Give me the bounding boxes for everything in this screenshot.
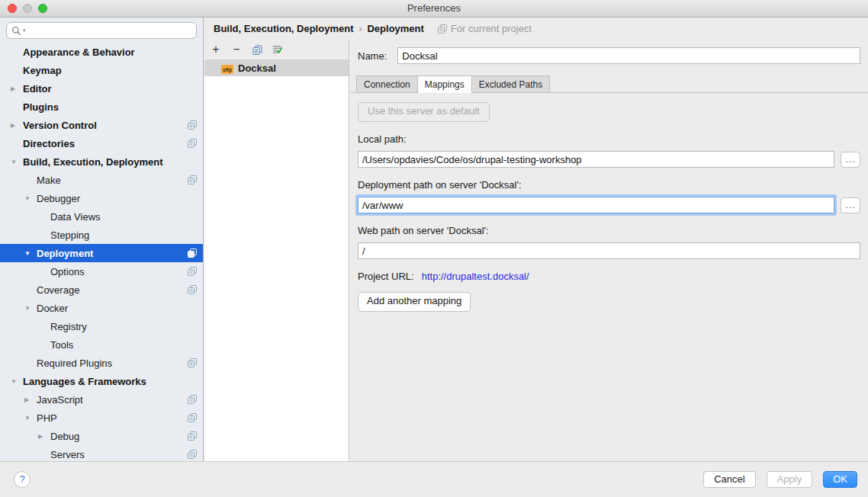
chevron-down-icon[interactable]: ▼ <box>11 159 23 165</box>
chevron-down-icon[interactable]: ▼ <box>11 378 23 385</box>
server-list-item-docksal[interactable]: sftp Docksal <box>204 59 349 76</box>
scope-label: For current project <box>451 23 532 34</box>
sidebar-item-tools[interactable]: Tools <box>0 335 203 354</box>
sidebar-item-label: Debug <box>50 431 79 442</box>
sidebar-item-build-execution-deployment[interactable]: ▼Build, Execution, Deployment <box>0 152 203 171</box>
add-another-mapping-button[interactable]: Add another mapping <box>358 292 471 312</box>
sidebar-item-label: Keymap <box>23 65 62 76</box>
sidebar-item-coverage[interactable]: Coverage <box>0 281 203 299</box>
tab-bar: Connection Mappings Excluded Paths <box>350 74 868 93</box>
breadcrumb-section[interactable]: Build, Execution, Deployment <box>214 23 353 34</box>
sidebar-item-directories[interactable]: Directories <box>0 134 203 152</box>
web-path-label: Web path on server 'Docksal': <box>358 225 860 236</box>
sidebar-item-keymap[interactable]: Keymap <box>0 61 203 79</box>
deployment-path-browse-button[interactable]: ... <box>841 197 860 213</box>
sidebar-item-label: Debugger <box>37 193 80 204</box>
chevron-down-icon[interactable]: ▼ <box>24 415 37 422</box>
tab-excluded-paths[interactable]: Excluded Paths <box>472 75 550 93</box>
sidebar-item-languages-frameworks[interactable]: ▼Languages & Frameworks <box>0 372 203 390</box>
copy-icon <box>438 24 447 34</box>
copy-icon <box>188 175 197 184</box>
close-window-icon[interactable] <box>8 4 17 13</box>
title-bar[interactable]: Preferences <box>0 0 868 18</box>
chevron-right-icon[interactable]: ▶ <box>11 122 23 129</box>
settings-search[interactable]: ▾ <box>6 22 197 39</box>
deployment-form: Name: Connection Mappings Excluded Paths… <box>350 40 868 461</box>
chevron-down-icon[interactable]: ▼ <box>24 305 37 312</box>
name-input[interactable] <box>397 47 860 64</box>
sidebar-item-label: Coverage <box>37 284 79 296</box>
use-server-default-button[interactable]: Use this server as default <box>358 102 490 122</box>
sidebar-item-php[interactable]: ▼PHP <box>0 409 203 427</box>
copy-server-icon[interactable] <box>252 45 262 55</box>
server-name-label: Docksal <box>238 63 276 74</box>
copy-icon <box>188 450 197 459</box>
sidebar-item-required-plugins[interactable]: Required Plugins <box>0 354 203 372</box>
sidebar-item-editor[interactable]: ▶Editor <box>0 79 203 98</box>
tab-mappings[interactable]: Mappings <box>418 75 472 93</box>
sidebar-item-debugger[interactable]: ▼Debugger <box>0 189 203 207</box>
copy-icon <box>188 358 197 367</box>
search-filter-caret-icon[interactable]: ▾ <box>23 27 26 34</box>
sidebar-item-javascript[interactable]: ▶JavaScript <box>0 390 203 409</box>
search-input[interactable] <box>27 24 191 37</box>
window-controls <box>8 4 47 13</box>
local-path-browse-button[interactable]: ... <box>841 152 860 168</box>
chevron-right-icon[interactable]: ▶ <box>11 85 23 92</box>
sidebar-item-label: Deployment <box>37 248 93 259</box>
cancel-button[interactable]: Cancel <box>703 471 755 488</box>
chevron-down-icon[interactable]: ▼ <box>24 195 37 202</box>
sidebar-item-label: JavaScript <box>37 394 83 406</box>
sidebar-item-stepping[interactable]: Stepping <box>0 226 203 244</box>
sidebar-item-debug[interactable]: ▶Debug <box>0 427 203 445</box>
chevron-down-icon[interactable]: ▼ <box>24 250 37 257</box>
sidebar-item-label: Directories <box>23 138 75 149</box>
sidebar-item-label: Registry <box>50 321 87 332</box>
deployment-path-input[interactable] <box>358 197 834 213</box>
sidebar-item-label: Editor <box>23 83 52 95</box>
sidebar-item-label: Stepping <box>50 229 89 241</box>
sidebar-item-label: Data Views <box>50 211 101 223</box>
dialog-footer: ? Cancel Apply OK <box>0 461 868 497</box>
sidebar-item-plugins[interactable]: Plugins <box>0 98 203 116</box>
web-path-input[interactable] <box>358 242 860 259</box>
sidebar-item-version-control[interactable]: ▶Version Control <box>0 116 203 134</box>
zoom-window-icon[interactable] <box>38 4 47 13</box>
ok-button[interactable]: OK <box>823 471 857 488</box>
sidebar-item-docker[interactable]: ▼Docker <box>0 299 203 317</box>
tab-connection[interactable]: Connection <box>356 75 418 93</box>
chevron-right-icon[interactable]: ▶ <box>24 396 37 403</box>
chevron-right-icon[interactable]: ▶ <box>38 433 50 440</box>
copy-icon <box>188 139 197 148</box>
copy-icon <box>188 120 197 130</box>
project-url-link[interactable]: http://drupaltest.docksal/ <box>422 271 529 282</box>
preferences-window: Preferences ▾ Appearance & BehaviorKeyma… <box>0 0 868 497</box>
local-path-label: Local path: <box>358 133 860 145</box>
sidebar-item-appearance-behavior[interactable]: Appearance & Behavior <box>0 43 203 61</box>
sidebar-item-data-views[interactable]: Data Views <box>0 207 203 226</box>
sidebar-item-servers[interactable]: Servers <box>0 445 203 461</box>
sidebar-item-label: Docker <box>37 303 68 314</box>
copy-icon <box>188 431 197 441</box>
set-default-server-icon[interactable] <box>272 44 283 55</box>
sidebar-item-make[interactable]: Make <box>0 171 203 189</box>
add-server-icon[interactable]: + <box>211 44 221 55</box>
copy-icon <box>188 285 197 294</box>
sidebar-item-label: Make <box>37 175 61 186</box>
sidebar-item-registry[interactable]: Registry <box>0 317 203 335</box>
sidebar-item-label: PHP <box>37 412 57 424</box>
sidebar-item-options[interactable]: Options <box>0 262 203 281</box>
help-button[interactable]: ? <box>14 471 31 488</box>
sidebar-item-label: Options <box>50 266 85 277</box>
sidebar-item-label: Tools <box>50 339 73 351</box>
local-path-input[interactable] <box>358 151 834 168</box>
sidebar-item-label: Servers <box>50 449 85 460</box>
server-list-panel: + − sftp Docksal <box>204 40 349 461</box>
breadcrumb-page: Deployment <box>367 23 423 34</box>
scope-indicator: For current project <box>438 23 532 34</box>
sftp-server-icon: sftp <box>221 63 233 74</box>
remove-server-icon[interactable]: − <box>231 44 242 55</box>
apply-button[interactable]: Apply <box>767 471 813 488</box>
sidebar-item-deployment[interactable]: ▼Deployment <box>0 244 203 262</box>
minimize-window-icon[interactable] <box>23 4 32 13</box>
